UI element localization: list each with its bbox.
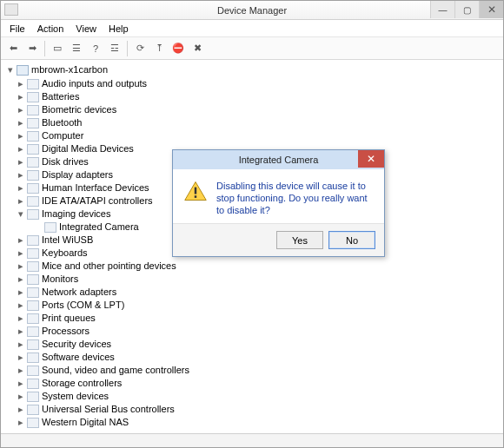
menu-help[interactable]: Help xyxy=(103,22,134,36)
device-category-icon xyxy=(27,79,39,89)
expand-icon[interactable]: ▸ xyxy=(17,184,24,192)
device-category-icon xyxy=(27,287,39,298)
device-category-icon xyxy=(27,144,39,155)
scan-icon[interactable]: ⟳ xyxy=(131,40,149,57)
dialog-buttons: Yes No xyxy=(173,224,384,256)
expand-icon[interactable]: ▸ xyxy=(17,119,24,127)
device-category-icon xyxy=(27,339,39,350)
expand-icon[interactable]: ▸ xyxy=(17,392,24,400)
expand-icon[interactable]: ▸ xyxy=(17,340,24,348)
device-category-icon xyxy=(27,170,39,181)
disable-icon[interactable]: ⛔ xyxy=(169,40,187,57)
expand-icon[interactable]: ▸ xyxy=(17,314,24,322)
forward-icon[interactable]: ➡ xyxy=(23,40,41,57)
menu-file[interactable]: File xyxy=(4,22,30,36)
expand-icon[interactable]: ▸ xyxy=(17,288,24,296)
tree-category[interactable]: ▸System devices xyxy=(4,390,501,403)
tree-category[interactable]: ▸Universal Serial Bus controllers xyxy=(4,403,501,416)
help-icon[interactable]: ? xyxy=(87,40,104,57)
expand-icon[interactable]: ▸ xyxy=(17,353,24,361)
minimize-button[interactable]: — xyxy=(430,1,454,18)
device-category-icon xyxy=(27,379,39,389)
expand-icon[interactable]: ▸ xyxy=(17,301,24,309)
expand-icon[interactable]: ▸ xyxy=(17,236,24,244)
tree-item-label: System devices xyxy=(42,390,109,403)
tree-category[interactable]: ▸Mice and other pointing devices xyxy=(4,260,501,273)
no-button[interactable]: No xyxy=(328,231,375,249)
device-category-icon xyxy=(27,418,39,428)
expand-icon[interactable]: ▸ xyxy=(17,93,24,101)
expand-icon[interactable]: ▸ xyxy=(17,327,24,335)
tree-category[interactable]: ▸Monitors xyxy=(4,273,501,286)
tree-category[interactable]: ▸Network adapters xyxy=(4,286,501,299)
tree-category[interactable]: ▸Western Digital NAS xyxy=(4,416,501,429)
tree-category[interactable]: ▸Batteries xyxy=(4,90,501,103)
uninstall-icon[interactable]: ✖ xyxy=(189,40,206,57)
device-category-icon xyxy=(27,196,39,207)
back-icon[interactable]: ⬅ xyxy=(4,40,22,57)
tree-item-label: Storage controllers xyxy=(42,377,122,390)
device-category-icon xyxy=(27,157,39,168)
device-category-icon xyxy=(27,313,39,324)
tree-category[interactable]: ▸Software devices xyxy=(4,351,501,364)
collapse-icon[interactable]: ▾ xyxy=(17,210,24,218)
tree-item-label: Keyboards xyxy=(42,247,88,260)
tree-root[interactable]: ▾mbrown-x1carbon xyxy=(4,63,501,76)
dialog-close-button[interactable]: ✕ xyxy=(358,150,384,168)
tree-category[interactable]: ▸Audio inputs and outputs xyxy=(4,77,501,90)
expand-icon[interactable] xyxy=(34,223,42,231)
tree-item-label: Mice and other pointing devices xyxy=(42,260,176,273)
close-button[interactable]: ✕ xyxy=(479,1,503,18)
app-icon xyxy=(4,3,18,16)
tree-category[interactable]: ▸Ports (COM & LPT) xyxy=(4,299,501,312)
tree-category[interactable]: ▸Computer xyxy=(4,129,501,142)
expand-icon[interactable]: ▸ xyxy=(17,262,24,270)
tree-item-label: Bluetooth xyxy=(42,116,82,129)
tree-item-label: Sound, video and game controllers xyxy=(42,364,189,377)
expand-icon[interactable]: ▸ xyxy=(17,418,24,426)
tree-category[interactable]: ▸Storage controllers xyxy=(4,377,501,390)
menu-action[interactable]: Action xyxy=(32,22,70,36)
tree-item-label: Universal Serial Bus controllers xyxy=(42,403,175,416)
dialog-title: Integrated Camera xyxy=(239,155,319,165)
tree-item-label: Software devices xyxy=(42,351,115,364)
expand-icon[interactable]: ▸ xyxy=(17,197,24,205)
tree-category[interactable]: ▸Security devices xyxy=(4,338,501,351)
expand-icon[interactable]: ▸ xyxy=(17,158,24,166)
device-category-icon xyxy=(27,248,39,259)
tree-category[interactable]: ▸Biometric devices xyxy=(4,103,501,116)
properties-icon[interactable]: ☰ xyxy=(68,40,85,57)
tree-category[interactable]: ▸Bluetooth xyxy=(4,116,501,129)
tree-category[interactable]: ▸Sound, video and game controllers xyxy=(4,364,501,377)
menu-view[interactable]: View xyxy=(70,22,102,36)
update-icon[interactable]: ⤒ xyxy=(150,40,168,57)
maximize-button[interactable]: ▢ xyxy=(454,1,479,18)
expand-icon[interactable]: ▸ xyxy=(17,80,24,88)
tree-category[interactable]: ▸Print queues xyxy=(4,312,501,325)
titlebar[interactable]: Device Manager — ▢ ✕ xyxy=(1,1,503,20)
expand-icon[interactable]: ▸ xyxy=(17,275,24,283)
window-title: Device Manager xyxy=(217,5,287,16)
tree-item-label: Computer xyxy=(42,129,83,142)
dialog-titlebar[interactable]: Integrated Camera ✕ xyxy=(173,150,384,169)
expand-icon[interactable]: ▸ xyxy=(17,366,24,374)
window-controls: — ▢ ✕ xyxy=(430,1,503,19)
show-hidden-icon[interactable]: ▭ xyxy=(49,40,66,57)
device-category-icon xyxy=(27,300,39,311)
tree-item-label: Intel WiUSB xyxy=(42,234,93,247)
expand-icon[interactable]: ▸ xyxy=(17,171,24,179)
expand-icon[interactable]: ▸ xyxy=(17,145,24,153)
yes-button[interactable]: Yes xyxy=(276,231,323,249)
expand-icon[interactable]: ▸ xyxy=(17,132,24,140)
expand-icon[interactable]: ▸ xyxy=(17,405,24,413)
tree-category[interactable]: ▸Processors xyxy=(4,325,501,338)
expand-icon[interactable]: ▸ xyxy=(17,249,24,257)
dialog-body: Disabling this device will cause it to s… xyxy=(173,169,384,224)
expand-icon[interactable]: ▸ xyxy=(17,379,24,387)
tree-item-label: mbrown-x1carbon xyxy=(31,63,108,76)
device-category-icon xyxy=(27,326,39,337)
collapse-icon[interactable]: ▾ xyxy=(6,66,14,74)
list-icon[interactable]: ☲ xyxy=(106,40,123,57)
tree-item-label: Print queues xyxy=(42,312,96,325)
expand-icon[interactable]: ▸ xyxy=(17,106,24,114)
